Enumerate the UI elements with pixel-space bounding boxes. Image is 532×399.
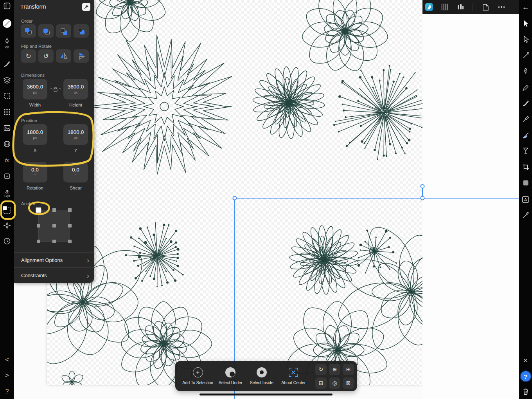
previous-page-button[interactable]: < <box>0 354 14 366</box>
pencil-tool-icon <box>522 84 530 92</box>
globe-icon[interactable] <box>0 138 14 150</box>
more-options-button[interactable] <box>494 0 509 14</box>
selection-marquee-icon[interactable] <box>0 90 14 102</box>
selection-edge-horizontal[interactable] <box>235 198 519 199</box>
brushes-icon[interactable] <box>0 58 14 70</box>
vector-persona-button[interactable] <box>422 0 436 14</box>
eyedropper-tool[interactable] <box>519 113 532 125</box>
delete-button[interactable] <box>519 385 532 398</box>
vector-brush-tool[interactable] <box>519 129 532 141</box>
position-x-field[interactable]: 1800.0 px <box>23 124 47 145</box>
mini-grid-button[interactable]: ⊞ <box>343 364 354 375</box>
selection-handle-edge[interactable] <box>421 184 425 189</box>
move-forward-button[interactable] <box>38 24 54 38</box>
lock-aspect-button[interactable] <box>47 87 63 92</box>
layers-icon[interactable] <box>0 74 14 87</box>
symbols-icon[interactable] <box>0 170 14 182</box>
back-button[interactable]: ← <box>519 1 532 13</box>
rotate-counterclockwise-button[interactable]: ↺ <box>38 49 54 63</box>
constraints-label: Constraints <box>21 273 47 278</box>
stock-image-icon[interactable] <box>0 122 14 134</box>
anchor-handle-mid-right[interactable] <box>68 224 72 227</box>
mini-center-button[interactable]: ◎ <box>329 377 340 389</box>
alignment-options-row[interactable]: Alignment Options › <box>14 252 94 267</box>
pin-panel-button[interactable] <box>82 3 90 11</box>
mini-rotate-button[interactable]: ↻ <box>315 364 327 375</box>
studio-presets-button[interactable] <box>453 0 467 14</box>
anchor-selector[interactable] <box>37 208 72 243</box>
anchor-handle-top-left-selected[interactable] <box>36 208 41 213</box>
transparency-tool[interactable] <box>519 144 532 157</box>
swatches-icon[interactable] <box>0 106 14 118</box>
help-button[interactable]: ? <box>519 370 532 383</box>
move-tool[interactable] <box>519 17 532 30</box>
select-inside-button[interactable]: Select Inside <box>246 367 277 385</box>
mini-subtract-button[interactable]: ⊟ <box>315 377 327 389</box>
panel-toggle-icon[interactable] <box>0 0 14 12</box>
position-y-field[interactable]: 1800.0 px <box>63 124 88 145</box>
anchor-handle-top-right[interactable] <box>68 208 72 212</box>
flip-vertical-button[interactable] <box>74 49 89 63</box>
alignment-options-label: Alignment Options <box>21 257 63 263</box>
node-tool[interactable] <box>519 33 532 45</box>
anchor-handle-bottom-left[interactable] <box>37 240 40 243</box>
select-under-button[interactable]: Select Under <box>215 367 246 385</box>
brush-tool[interactable] <box>519 97 532 109</box>
anchor-handle-bottom-right[interactable] <box>68 240 72 243</box>
effects-icon[interactable]: fx <box>0 154 14 166</box>
history-icon[interactable] <box>0 235 14 247</box>
grid-options-button[interactable] <box>438 0 452 14</box>
flip-rotate-section-label: Flip and Rotate <box>21 41 94 49</box>
vector-persona-icon <box>425 3 433 11</box>
next-page-button[interactable]: > <box>0 369 14 382</box>
dimensions-section-label: Dimensions <box>21 70 94 78</box>
pencil-tool[interactable] <box>519 81 532 94</box>
move-backward-button[interactable] <box>56 24 71 38</box>
corner-tool[interactable] <box>519 49 532 62</box>
close-selection-button[interactable]: × <box>519 354 532 366</box>
stroke-width-control[interactable]: 0pt <box>0 34 14 52</box>
character-icon[interactable]: a 12pt <box>0 186 14 201</box>
mini-target-button[interactable]: ⊕ <box>329 364 340 375</box>
move-tool-icon <box>522 20 530 27</box>
pen-tool[interactable] <box>519 65 532 78</box>
width-field[interactable]: 3600.0 px <box>23 79 47 99</box>
adjustments-icon[interactable] <box>0 219 14 232</box>
anchor-handle-top-center[interactable] <box>52 208 56 212</box>
corner-tool-icon <box>522 52 530 60</box>
move-forward-icon <box>41 27 50 36</box>
panel-title: Transform <box>20 4 46 10</box>
document-menu-button[interactable] <box>478 0 492 14</box>
rotation-label: Rotation <box>23 186 47 192</box>
mini-duplicate-button[interactable]: ⊠ <box>343 377 354 389</box>
home-indicator[interactable] <box>200 394 332 395</box>
move-to-front-button[interactable] <box>21 24 36 38</box>
rotate-clockwise-button[interactable]: ↻ <box>21 49 36 63</box>
stroke-style-icon[interactable] <box>0 17 14 30</box>
place-tool[interactable] <box>519 209 532 221</box>
shape-tool[interactable] <box>519 177 532 189</box>
constraints-row[interactable]: Constraints › <box>14 267 94 283</box>
transform-studio-icon[interactable] <box>0 204 14 217</box>
shear-field[interactable]: 0.0 ° <box>63 162 88 182</box>
anchor-handle-mid-left[interactable] <box>37 224 40 227</box>
about-center-button[interactable]: About Center <box>277 367 310 385</box>
character-a-label: a <box>5 189 9 194</box>
selection-handle-top-left[interactable] <box>233 196 237 200</box>
move-to-back-button[interactable] <box>74 24 89 38</box>
crop-tool[interactable] <box>519 161 532 173</box>
rotation-field[interactable]: 0.0 ° <box>23 162 47 182</box>
left-help-button[interactable]: ? <box>0 385 14 398</box>
question-icon: ? <box>5 388 9 395</box>
anchor-handle-bottom-center[interactable] <box>52 240 56 243</box>
chevron-right-icon: > <box>5 372 9 379</box>
add-to-selection-button[interactable]: + Add To Selection <box>181 367 215 385</box>
anchor-handle-center[interactable] <box>52 224 56 227</box>
selection-handle-top-mid[interactable] <box>421 196 425 200</box>
flip-horizontal-button[interactable] <box>56 49 71 63</box>
height-label: Height <box>63 103 88 109</box>
selection-options-toolbar: + Add To Selection Select Under Select I… <box>175 361 357 391</box>
brush-tool-icon <box>522 99 530 107</box>
height-field[interactable]: 3600.0 px <box>63 79 88 99</box>
text-tool[interactable]: A <box>519 193 532 206</box>
